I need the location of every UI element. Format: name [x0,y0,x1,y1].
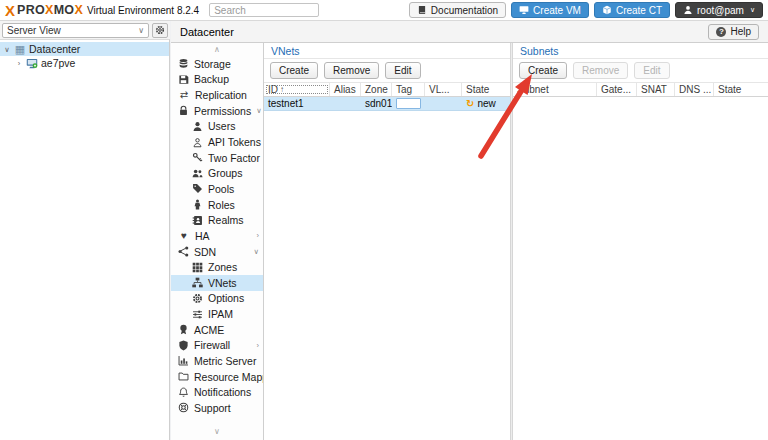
ipam-icon [192,309,203,320]
menu-scroll-up-icon[interactable]: ∧ [171,45,263,55]
menu-item-pools[interactable]: Pools [171,181,263,197]
tree-settings-button[interactable] [152,23,168,38]
display-icon [519,5,529,15]
create-vm-button[interactable]: Create VM [511,2,589,18]
column-header-dns[interactable]: DNS ... [675,83,714,96]
user-menu-button[interactable]: root@pam ∨ [675,2,763,18]
menu-item-acme[interactable]: ACME [171,322,263,338]
chevron-down-icon: ∨ [256,106,262,115]
groups-icon [192,168,203,179]
acme-certificate-icon [178,324,189,335]
subnets-create-button[interactable]: Create [519,62,567,79]
menu-item-ipam[interactable]: IPAM [171,306,263,322]
two-factor-icon [192,152,203,163]
subnets-edit-button[interactable]: Edit [634,62,669,79]
menu-item-firewall[interactable]: Firewall › [171,338,263,354]
menu-item-replication[interactable]: ⇄ Replication [171,87,263,103]
zones-icon [192,262,203,273]
column-header-state[interactable]: State [714,83,768,96]
api-tokens-icon [192,137,203,148]
content-header: Datacenter ? Help [171,21,768,43]
cell-id: testnet1 [264,97,330,110]
menu-item-backup[interactable]: Backup [171,72,263,88]
column-header-alias[interactable]: Alias [330,83,361,96]
subnets-panel: Subnets Create Remove Edit Subnet Gate..… [513,43,768,440]
chevron-right-icon: › [15,59,23,68]
realms-icon [192,215,203,226]
menu-item-roles[interactable]: Roles [171,197,263,213]
vnets-panel: VNets Create Remove Edit ID ↑ Alias Zone… [264,43,510,440]
permissions-icon [178,105,189,116]
menu-item-notifications[interactable]: Notifications [171,384,263,400]
column-header-gateway[interactable]: Gate... [597,83,637,96]
subnets-panel-title: Subnets [513,43,768,59]
column-header-subnet[interactable]: Subnet [513,83,597,96]
notifications-bell-icon [178,387,189,398]
chevron-down-icon: ∨ [3,45,11,54]
search-input[interactable] [209,3,319,17]
page-title: Datacenter [180,26,234,38]
menu-item-support[interactable]: Support [171,400,263,416]
subnets-remove-button[interactable]: Remove [573,62,628,79]
proxmox-logo: X PROXMOX [5,3,83,18]
version-label: Virtual Environment 8.2.4 [87,5,199,16]
column-header-id[interactable]: ID ↑ [264,83,330,96]
cell-state: ↻ new [462,97,510,110]
storage-icon [178,58,189,69]
menu-item-api-tokens[interactable]: API Tokens [171,134,263,150]
vnets-create-button[interactable]: Create [270,62,318,79]
node-icon [26,57,38,69]
menu-scroll-down-icon[interactable]: ∨ [171,427,263,437]
vnets-table-row[interactable]: testnet1 sdn01 ↻ new [264,97,510,111]
subnets-toolbar: Create Remove Edit [513,59,768,83]
help-button[interactable]: ? Help [708,24,759,40]
tree-item-datacenter[interactable]: ∨ ▦ Datacenter [0,42,169,56]
resource-tree: ∨ ▦ Datacenter › ae7pve [0,39,170,440]
menu-item-realms[interactable]: Realms [171,212,263,228]
cube-icon [602,5,612,15]
menu-item-permissions[interactable]: Permissions ∨ [171,103,263,119]
menu-item-users[interactable]: Users [171,119,263,135]
column-header-vlanaware[interactable]: VL... [425,83,462,96]
column-header-zone[interactable]: Zone [361,83,392,96]
menu-item-options[interactable]: Options [171,291,263,307]
menu-item-vnets[interactable]: VNets [171,275,263,291]
users-icon [192,121,203,132]
menu-item-storage[interactable]: Storage [171,56,263,72]
view-selector-dropdown[interactable]: Server View ∨ [2,23,149,38]
pending-refresh-icon: ↻ [466,98,474,109]
proxmox-x-logo-icon: X [5,3,15,18]
menu-item-zones[interactable]: Zones [171,259,263,275]
tree-item-node[interactable]: › ae7pve [0,56,169,70]
datacenter-icon: ▦ [14,44,26,55]
column-header-snat[interactable]: SNAT [637,83,675,96]
menu-item-sdn[interactable]: SDN ∨ [171,244,263,260]
proxmox-logo-text: PROXMOX [17,3,83,17]
create-ct-button[interactable]: Create CT [594,2,670,18]
question-icon: ? [716,27,726,37]
vnets-remove-button[interactable]: Remove [324,62,379,79]
column-header-tag[interactable]: Tag [392,83,425,96]
vnets-edit-button[interactable]: Edit [385,62,420,79]
menu-item-metric-server[interactable]: Metric Server [171,353,263,369]
documentation-button[interactable]: Documentation [409,2,506,18]
replication-icon: ⇄ [178,90,190,100]
options-gear-icon [192,293,203,304]
cell-zone: sdn01 [361,97,392,110]
menu-item-two-factor[interactable]: Two Factor [171,150,263,166]
menu-item-resource-mappings[interactable]: Resource Mappings [171,369,263,385]
state-label: new [477,98,495,109]
backup-icon [178,74,189,85]
cell-alias [330,97,361,110]
support-lifering-icon [178,402,189,413]
menu-item-ha[interactable]: ♥ HA › [171,228,263,244]
chevron-down-icon: ∨ [138,26,144,35]
gear-icon [155,25,165,35]
column-header-state[interactable]: State [462,83,510,96]
tree-view-header: Server View ∨ [0,21,170,39]
subnets-table-header: Subnet Gate... SNAT DNS ... State [513,83,768,97]
menu-item-groups[interactable]: Groups [171,165,263,181]
chevron-down-icon: ∨ [750,6,755,14]
sort-ascending-icon: ↑ [280,85,284,94]
cell-tag [392,97,425,110]
